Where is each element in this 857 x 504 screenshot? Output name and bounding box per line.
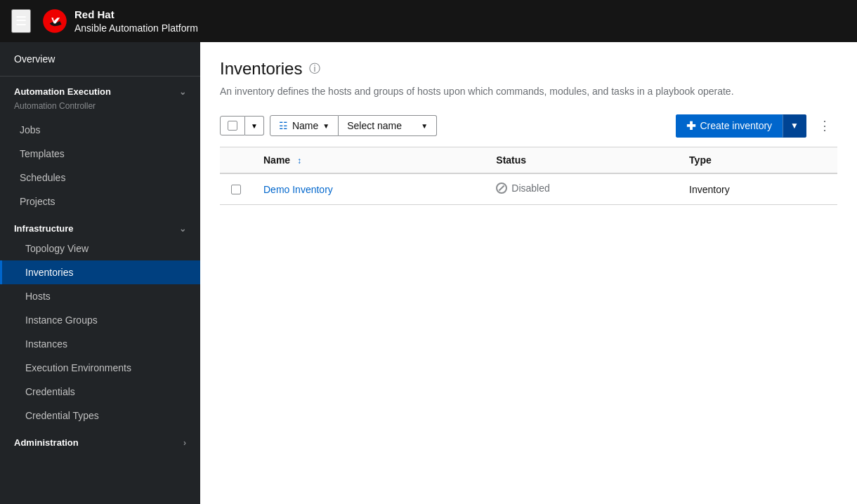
filter-group: ☷ Name ▼ Select name ▼ <box>270 115 437 136</box>
page-header: Inventories ⓘ An inventory defines the h… <box>220 59 837 99</box>
create-inventory-dropdown-button[interactable]: ▼ <box>783 114 806 138</box>
brand-text: Red Hat Ansible Automation Platform <box>74 8 198 34</box>
toolbar: ▼ ☷ Name ▼ Select name ▼ <box>220 113 837 147</box>
col-status: Status <box>485 147 678 174</box>
filter-select-button[interactable]: Select name ▼ <box>339 115 437 136</box>
status-text: Disabled <box>511 183 549 194</box>
app-body: Overview Automation Execution ⌄ Automati… <box>0 42 857 504</box>
col-type: Type <box>678 147 837 174</box>
checkbox <box>228 121 237 131</box>
create-inventory-label: Create inventory <box>700 120 772 131</box>
sidebar: Overview Automation Execution ⌄ Automati… <box>0 42 200 504</box>
page-title: Inventories <box>220 59 302 79</box>
sidebar-item-instances[interactable]: Instances <box>0 332 200 356</box>
col-name[interactable]: Name ↕ <box>252 147 485 174</box>
help-icon[interactable]: ⓘ <box>309 62 320 77</box>
select-all-dropdown-button[interactable]: ▼ <box>245 116 264 135</box>
filter-chevron-icon: ▼ <box>322 122 329 130</box>
table-body: Demo Inventory Disabled Inventory <box>220 173 837 205</box>
top-navigation: ☰ Red Hat Ansible Automation Platform <box>0 0 857 42</box>
sidebar-item-jobs[interactable]: Jobs <box>0 118 200 142</box>
sidebar-item-schedules[interactable]: Schedules <box>0 166 200 190</box>
row-name-cell: Demo Inventory <box>252 173 485 205</box>
toolbar-right: ✚ Create inventory ▼ ⋮ <box>676 113 837 138</box>
sidebar-item-execution-environments[interactable]: Execution Environments <box>0 356 200 380</box>
page-description: An inventory defines the hosts and group… <box>220 84 837 99</box>
kebab-menu-button[interactable]: ⋮ <box>812 113 837 138</box>
row-checkbox-cell <box>220 173 252 205</box>
sidebar-section-label: Automation Execution <box>14 86 111 97</box>
inventory-name-link[interactable]: Demo Inventory <box>263 184 333 195</box>
disabled-status-icon <box>496 183 507 194</box>
chevron-down-icon: ⌄ <box>179 87 186 97</box>
page-title-row: Inventories ⓘ <box>220 59 837 79</box>
inventory-type: Inventory <box>689 184 730 195</box>
sidebar-item-inventories[interactable]: Inventories <box>0 260 200 284</box>
filter-icon-button[interactable]: ☷ Name ▼ <box>270 115 339 136</box>
sidebar-section-infrastructure[interactable]: Infrastructure ⌄ <box>0 213 200 237</box>
sidebar-item-projects[interactable]: Projects <box>0 190 200 213</box>
filter-select-chevron-icon: ▼ <box>421 122 428 130</box>
filter-icon: ☷ <box>279 120 288 131</box>
filter-label: Name <box>292 120 318 131</box>
select-all-group: ▼ <box>220 116 264 135</box>
sidebar-item-hosts[interactable]: Hosts <box>0 284 200 308</box>
table-header-row: Name ↕ Status Type <box>220 147 837 174</box>
sidebar-section-label-infra: Infrastructure <box>14 223 74 234</box>
brand-logo-area: Red Hat Ansible Automation Platform <box>42 8 198 34</box>
sidebar-item-credentials[interactable]: Credentials <box>0 380 200 404</box>
plus-icon: ✚ <box>686 119 695 133</box>
inventories-table: Name ↕ Status Type Demo Inventory <box>220 147 837 205</box>
sidebar-section-automation-execution[interactable]: Automation Execution ⌄ <box>0 77 200 100</box>
sidebar-item-overview[interactable]: Overview <box>0 42 200 77</box>
row-checkbox[interactable] <box>231 185 241 194</box>
sidebar-sub-label: Automation Controller <box>0 100 200 118</box>
create-inventory-split-button: ✚ Create inventory ▼ <box>676 114 806 138</box>
redhat-logo <box>42 8 67 34</box>
sidebar-item-instance-groups[interactable]: Instance Groups <box>0 308 200 332</box>
row-status-cell: Disabled <box>485 173 678 205</box>
chevron-down-icon-infra: ⌄ <box>179 224 186 234</box>
table-head: Name ↕ Status Type <box>220 147 837 174</box>
table-row: Demo Inventory Disabled Inventory <box>220 173 837 205</box>
sort-icon: ↕ <box>297 156 301 166</box>
chevron-right-icon-admin: › <box>183 438 186 448</box>
row-type-cell: Inventory <box>678 173 837 205</box>
sidebar-item-templates[interactable]: Templates <box>0 142 200 166</box>
sidebar-item-topology-view[interactable]: Topology View <box>0 237 200 260</box>
select-all-button[interactable] <box>220 116 245 135</box>
sidebar-item-credential-types[interactable]: Credential Types <box>0 404 200 427</box>
sidebar-section-label-admin: Administration <box>14 437 79 448</box>
filter-select-placeholder: Select name <box>347 120 402 131</box>
col-checkbox <box>220 147 252 174</box>
main-content: Inventories ⓘ An inventory defines the h… <box>200 42 857 504</box>
kebab-icon: ⋮ <box>818 119 831 133</box>
toolbar-left: ▼ ☷ Name ▼ Select name ▼ <box>220 115 437 136</box>
menu-toggle-button[interactable]: ☰ <box>11 9 31 33</box>
create-inventory-button[interactable]: ✚ Create inventory <box>676 114 783 138</box>
sidebar-section-administration[interactable]: Administration › <box>0 427 200 451</box>
status-badge: Disabled <box>496 183 549 194</box>
col-name-label: Name <box>263 154 290 166</box>
